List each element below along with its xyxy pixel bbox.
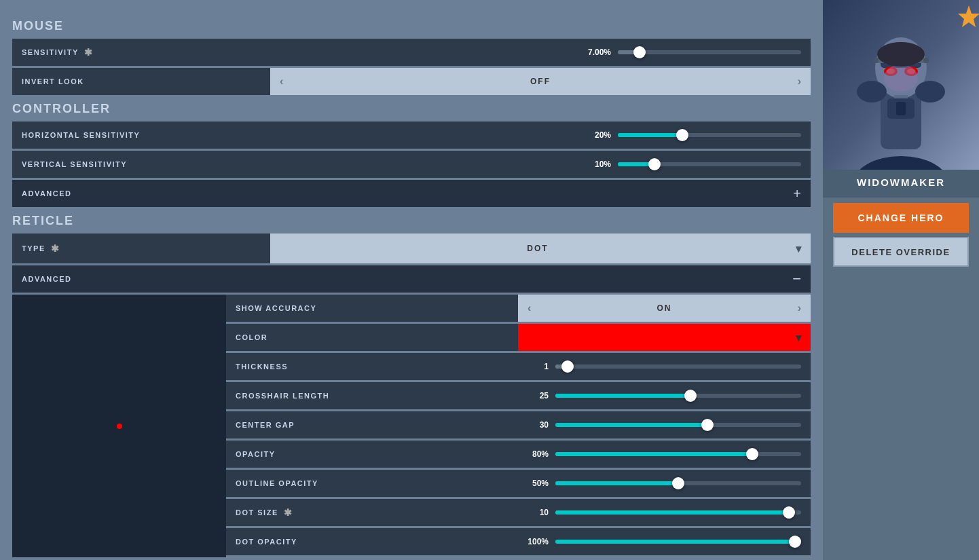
opacity-value: 80% [518, 449, 549, 459]
h-sensitivity-thumb[interactable] [676, 129, 688, 141]
controller-expand-icon: + [793, 187, 801, 200]
center-gap-fill [555, 423, 707, 427]
v-sensitivity-thumb[interactable] [648, 158, 661, 170]
crosshair-length-slider[interactable] [555, 394, 801, 398]
delete-override-button[interactable]: DELETE OVERRIDE [833, 237, 969, 267]
outline-opacity-value: 50% [518, 479, 549, 488]
reticle-sub-settings: SHOW ACCURACY ‹ ON › COLOR ▾ THI [226, 295, 811, 557]
center-gap-row: CENTER GAP 30 [226, 411, 811, 438]
dot-size-label: DOT SIZE ✱ [226, 507, 518, 518]
outline-opacity-label: OUTLINE OPACITY [226, 479, 518, 487]
svg-point-16 [915, 81, 945, 102]
dot-size-value: 10 [518, 508, 549, 517]
reticle-preview [12, 295, 226, 557]
mouse-section-title: MOUSE [12, 19, 811, 33]
dot-opacity-slider[interactable] [555, 540, 801, 544]
dot-opacity-thumb[interactable] [789, 536, 801, 548]
sensitivity-label: SENSITIVITY ✱ [22, 47, 577, 58]
sensitivity-value: 7.00% [577, 48, 611, 57]
svg-point-20 [877, 42, 925, 67]
show-acc-right-arrow[interactable]: › [798, 302, 801, 314]
vertical-sensitivity-slider[interactable] [618, 162, 801, 166]
preview-dot [117, 424, 122, 429]
reticle-type-label: TYPE ✱ [12, 243, 270, 254]
opacity-thumb[interactable] [746, 448, 758, 460]
show-accuracy-label: SHOW ACCURACY [226, 304, 518, 312]
vertical-sensitivity-row: VERTICAL SENSITIVITY 10% [12, 151, 811, 178]
center-gap-thumb[interactable] [701, 419, 714, 431]
thickness-value: 1 [518, 362, 549, 371]
thickness-row: THICKNESS 1 [226, 353, 811, 380]
controller-advanced-row[interactable]: ADVANCED + [12, 180, 811, 207]
horizontal-sensitivity-row: HORIZONTAL SENSITIVITY 20% [12, 122, 811, 149]
dot-size-thumb[interactable] [783, 506, 795, 519]
color-control[interactable]: ▾ [518, 324, 811, 351]
color-row: COLOR ▾ [226, 324, 811, 351]
color-label: COLOR [226, 333, 518, 341]
invert-look-left-arrow[interactable]: ‹ [280, 75, 283, 88]
reticle-section-title: RETICLE [12, 214, 811, 228]
crosshair-length-label: CROSSHAIR LENGTH [226, 392, 518, 400]
vertical-sensitivity-value: 10% [577, 160, 611, 169]
reticle-type-row: TYPE ✱ DOT ▾ [12, 234, 811, 263]
sensitivity-track [618, 50, 801, 54]
dot-size-row: DOT SIZE ✱ 10 [226, 499, 811, 526]
crosshair-length-thumb[interactable] [684, 390, 697, 402]
sensitivity-thumb[interactable] [633, 46, 646, 58]
change-hero-button[interactable]: CHANGE HERO [833, 203, 969, 233]
reticle-collapse-icon: − [792, 272, 801, 286]
invert-look-right-arrow[interactable]: › [798, 75, 801, 88]
outline-opacity-fill [555, 481, 678, 485]
controller-section-title: CONTROLLER [12, 102, 811, 116]
invert-look-label: INVERT LOOK [12, 77, 270, 86]
dot-size-fill [555, 510, 789, 515]
type-star-icon: ✱ [51, 243, 60, 254]
v-sensitivity-track [618, 162, 801, 166]
sensitivity-row: SENSITIVITY ✱ 7.00% [12, 39, 811, 66]
thickness-thumb[interactable] [561, 360, 574, 373]
h-sensitivity-track [618, 133, 801, 137]
reticle-advanced-label: ADVANCED [22, 275, 792, 283]
svg-point-19 [884, 64, 918, 92]
crosshair-length-fill [555, 394, 690, 398]
outline-opacity-slider[interactable] [555, 481, 801, 485]
outline-opacity-thumb[interactable] [672, 477, 684, 489]
crosshair-length-row: CROSSHAIR LENGTH 25 [226, 382, 811, 409]
reticle-type-control[interactable]: DOT ▾ [270, 234, 811, 263]
hero-name: WIDOWMAKER [823, 170, 979, 198]
opacity-row: OPACITY 80% [226, 441, 811, 468]
svg-point-13 [923, 58, 929, 63]
horizontal-sensitivity-label: HORIZONTAL SENSITIVITY [22, 131, 577, 139]
horizontal-sensitivity-slider[interactable] [618, 133, 801, 137]
sensitivity-slider[interactable] [618, 50, 801, 54]
reticle-type-value: DOT [527, 244, 548, 253]
show-accuracy-row: SHOW ACCURACY ‹ ON › [226, 295, 811, 322]
center-gap-value: 30 [518, 420, 549, 430]
h-sensitivity-fill [618, 133, 682, 137]
right-panel: WIDOWMAKER CHANGE HERO DELETE OVERRIDE [823, 0, 979, 560]
color-dropdown-arrow[interactable]: ▾ [796, 331, 801, 344]
outline-opacity-row: OUTLINE OPACITY 50% [226, 470, 811, 497]
reticle-advanced-content: SHOW ACCURACY ‹ ON › COLOR ▾ THI [12, 295, 811, 557]
sensitivity-star-icon: ✱ [84, 47, 94, 58]
reticle-advanced-toggle[interactable]: ADVANCED − [12, 265, 811, 293]
dot-opacity-value: 100% [518, 537, 549, 546]
type-dropdown-arrow[interactable]: ▾ [796, 242, 801, 255]
invert-look-value: OFF [530, 77, 551, 86]
thickness-label: THICKNESS [226, 362, 518, 371]
dot-size-slider[interactable] [555, 510, 801, 515]
center-gap-label: CENTER GAP [226, 421, 518, 429]
controller-advanced-label: ADVANCED [22, 189, 793, 198]
opacity-fill [555, 452, 752, 456]
opacity-slider[interactable] [555, 452, 801, 456]
center-gap-slider[interactable] [555, 423, 801, 427]
svg-point-12 [873, 58, 879, 63]
show-accuracy-control[interactable]: ‹ ON › [518, 295, 811, 322]
svg-rect-18 [896, 102, 906, 115]
show-acc-left-arrow[interactable]: ‹ [528, 302, 531, 314]
horizontal-sensitivity-value: 20% [577, 130, 611, 140]
dot-size-star-icon: ✱ [284, 507, 293, 518]
dot-opacity-fill [555, 540, 801, 544]
thickness-slider[interactable] [555, 365, 801, 369]
invert-look-control[interactable]: ‹ OFF › [270, 68, 811, 95]
